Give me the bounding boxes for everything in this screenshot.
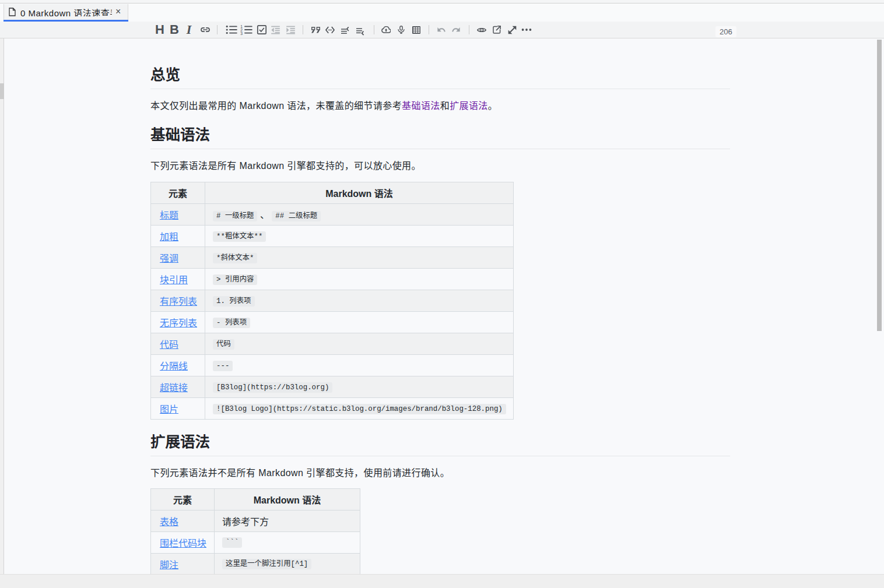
svg-text:3: 3 xyxy=(240,31,243,36)
